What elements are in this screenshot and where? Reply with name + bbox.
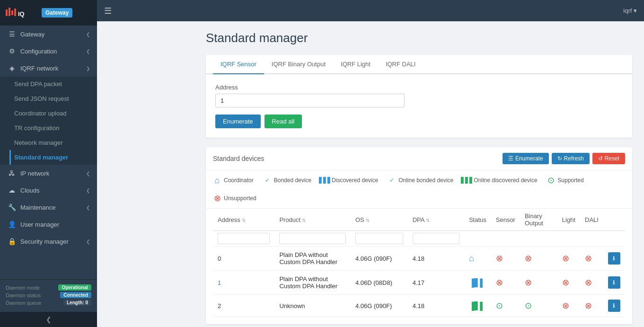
- devices-card: Standard devices ☰ Enumerate ↻ Refresh ↺…: [206, 147, 632, 324]
- sort-icon-os[interactable]: ⇅: [366, 218, 370, 223]
- legend-supported[interactable]: ⊙ Supported: [547, 176, 583, 185]
- sidebar-collapse-btn[interactable]: ❮: [0, 312, 97, 327]
- topbar: ☰ iqrf ▾: [97, 0, 644, 21]
- cell-dali-2: ⊗: [580, 295, 603, 317]
- sidebar-item-maintenance[interactable]: 🔧 Maintenance ❮: [0, 199, 97, 216]
- svg-rect-2: [11, 10, 13, 15]
- form-actions: Enumerate Read all: [215, 115, 623, 128]
- user-menu[interactable]: iqrf ▾: [623, 7, 637, 14]
- iqrf-sub-menu: Send DPA packet Send JSON request Coordi…: [0, 77, 97, 165]
- light-x-icon-2: ⊗: [562, 301, 569, 310]
- th-address: Address⇅: [213, 209, 274, 231]
- th-sensor: Sensor: [491, 209, 520, 231]
- sort-icon-product[interactable]: ⇅: [302, 218, 306, 223]
- legend-bonded-label: Bonded device: [274, 177, 311, 184]
- enumerate-button[interactable]: Enumerate: [215, 115, 261, 128]
- cell-address-2: 2: [213, 295, 274, 317]
- refresh-icon: ↻: [557, 155, 562, 162]
- address-input[interactable]: [215, 94, 405, 107]
- gateway-icon: ☰: [7, 30, 17, 38]
- sidebar-item-network-manager[interactable]: Network manager: [9, 135, 97, 150]
- tab-iqrf-light[interactable]: IQRF Light: [333, 55, 378, 74]
- configuration-icon: ⚙: [7, 47, 17, 55]
- sidebar-item-user-manager[interactable]: 👤 User manager: [0, 216, 97, 233]
- sort-icon-dpa[interactable]: ⇅: [426, 218, 430, 223]
- legend-discovered-label: Discovered device: [332, 177, 378, 184]
- legend-unsupported[interactable]: ⊗ Unsupported: [213, 194, 256, 203]
- tab-iqrf-binary-output[interactable]: IQRF Binary Output: [264, 55, 333, 74]
- devices-reset-btn[interactable]: ↺ Reset: [592, 153, 625, 164]
- sidebar-item-configuration[interactable]: ⚙ Configuration ❮: [0, 43, 97, 60]
- sidebar-nav: ☰ Gateway ❮ ⚙ Configuration ❮ ◈ IQRF net…: [0, 26, 97, 279]
- detail-btn-1[interactable]: ℹ: [608, 276, 620, 289]
- filter-status-cell: [464, 231, 491, 247]
- cell-address-0: 0: [213, 247, 274, 271]
- tab-iqrf-dali[interactable]: IQRF DALI: [378, 55, 423, 74]
- filter-os[interactable]: [355, 233, 403, 244]
- filter-product[interactable]: [279, 233, 346, 244]
- cell-sensor-2: ⊙: [491, 295, 520, 317]
- sort-icon-address[interactable]: ⇅: [242, 218, 246, 223]
- table-body: 0 Plain DPA without Custom DPA Handler 4…: [213, 231, 625, 317]
- house-legend-icon: ⌂: [213, 176, 221, 185]
- sidebar-item-send-dpa[interactable]: Send DPA packet: [9, 77, 97, 91]
- binary-x-icon-1: ⊗: [525, 278, 532, 287]
- cell-binary-1: ⊗: [520, 271, 557, 295]
- cell-dali-0: ⊗: [580, 247, 603, 271]
- cell-dali-1: ⊗: [580, 271, 603, 295]
- sidebar-item-ip-network[interactable]: 🖧 IP network ❮: [0, 165, 97, 182]
- cell-sensor-0: ⊗: [491, 247, 520, 271]
- address-group: Address: [215, 84, 623, 107]
- sidebar-label-user-manager: User manager: [20, 221, 90, 228]
- daemon-status-badge: Connected: [60, 292, 91, 298]
- sidebar-item-tr-config[interactable]: TR configuration: [9, 121, 97, 135]
- clouds-icon: ☁: [7, 186, 17, 194]
- daemon-queue-row: Daemon queue Length: 0: [6, 300, 91, 306]
- configuration-arrow: ❮: [86, 49, 90, 54]
- svg-rect-1: [9, 8, 10, 16]
- sidebar-item-coordinator-upload[interactable]: Coordinator upload: [9, 106, 97, 121]
- devices-enumerate-btn[interactable]: ☰ Enumerate: [503, 153, 549, 164]
- sidebar-item-security-manager[interactable]: 🔒 Security manager ❮: [0, 233, 97, 250]
- cell-address-1[interactable]: 1: [213, 271, 274, 295]
- sidebar-item-standard-manager[interactable]: Standard manager: [9, 150, 97, 165]
- legend-online-discovered[interactable]: ▋▋▋ Online discovered device: [463, 176, 537, 185]
- th-light: Light: [557, 209, 580, 231]
- tab-iqrf-sensor[interactable]: IQRF Sensor: [213, 55, 264, 74]
- filter-address[interactable]: [218, 233, 270, 244]
- sidebar-item-gateway[interactable]: ☰ Gateway ❮: [0, 26, 97, 43]
- table-head: Address⇅ Product⇅ OS⇅ DPA⇅ Status Sensor…: [213, 209, 625, 231]
- legend-unsupported-label: Unsupported: [224, 195, 256, 202]
- sidebar-item-iqrf-network[interactable]: ◈ IQRF network ❯: [0, 60, 97, 77]
- clouds-arrow: ❮: [86, 188, 90, 193]
- legend-coordinator[interactable]: ⌂ Coordinator: [213, 176, 254, 185]
- filter-product-cell: [274, 231, 351, 247]
- sidebar-label-network-manager: Network manager: [14, 139, 90, 146]
- filter-light-cell: [557, 231, 580, 247]
- th-binary-output: Binary Output: [520, 209, 557, 231]
- read-all-button[interactable]: Read all: [265, 115, 302, 128]
- filter-dpa[interactable]: [413, 233, 459, 244]
- detail-btn-0[interactable]: ℹ: [608, 252, 620, 265]
- legend-bonded[interactable]: ✓ Bonded device: [263, 176, 311, 185]
- legend-discovered[interactable]: ▋▋▋ Discovered device: [321, 176, 378, 185]
- sidebar-item-send-json[interactable]: Send JSON request: [9, 91, 97, 106]
- legend-online-bonded[interactable]: ✓ Online bonded device: [388, 176, 453, 185]
- tab-bar: IQRF Sensor IQRF Binary Output IQRF Ligh…: [206, 55, 632, 74]
- cell-binary-0: ⊗: [520, 247, 557, 271]
- sidebar-item-clouds[interactable]: ☁ Clouds ❮: [0, 182, 97, 199]
- devices-refresh-btn[interactable]: ↻ Refresh: [552, 153, 590, 164]
- th-dpa: DPA⇅: [408, 209, 464, 231]
- svg-text:IQ: IQ: [18, 10, 25, 18]
- binary-x-icon: ⊗: [525, 254, 532, 263]
- circle-x-icon: ⊗: [213, 194, 221, 203]
- binary-check-icon-2: ⊙: [525, 301, 532, 310]
- status-bars-icon-1: ▐▋▌: [469, 279, 485, 287]
- collapse-icon: ❮: [46, 316, 52, 323]
- cell-os-1: 4.06D (08D8): [351, 271, 408, 295]
- daemon-mode-badge: Operational: [58, 284, 91, 291]
- detail-btn-2[interactable]: ℹ: [608, 300, 620, 312]
- legend-supported-label: Supported: [557, 177, 583, 184]
- reset-icon: ↺: [598, 155, 603, 162]
- hamburger-icon[interactable]: ☰: [104, 6, 112, 16]
